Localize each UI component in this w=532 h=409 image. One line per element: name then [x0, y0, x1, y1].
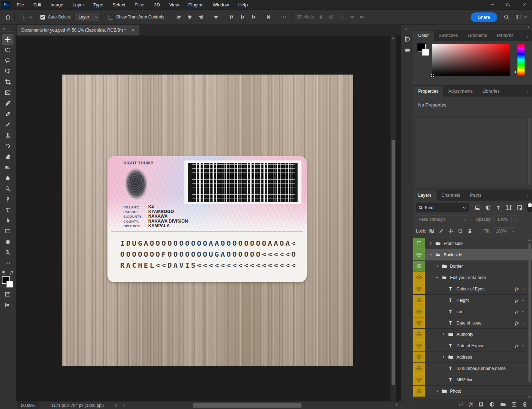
layers-scrollbar-thumb[interactable]: [528, 244, 531, 382]
eye-visibility-icon[interactable]: [413, 317, 425, 328]
new-adjustment-layer-icon[interactable]: [489, 402, 495, 407]
menu-type[interactable]: Type: [93, 2, 103, 7]
layer-row-front-side[interactable]: Front side: [413, 238, 532, 249]
layer-row-back-side[interactable]: Back side: [413, 249, 532, 261]
dodge-tool[interactable]: [2, 183, 13, 194]
workspace-icon[interactable]: [516, 14, 521, 20]
hue-slider-marker[interactable]: [515, 71, 517, 73]
tab-patterns[interactable]: Patterns: [492, 31, 519, 41]
new-layer-icon[interactable]: [511, 402, 517, 407]
menu-select[interactable]: Select: [112, 2, 125, 7]
tab-channels[interactable]: Channels: [437, 190, 465, 201]
status-arrow-right-icon[interactable]: [114, 403, 118, 408]
layer-row-edit-your-data-here[interactable]: Edit your data here: [413, 272, 532, 283]
hue-slider[interactable]: [517, 44, 525, 76]
lock-all-icon[interactable]: [466, 227, 474, 235]
lasso-tool[interactable]: [2, 55, 13, 66]
align-right-edges-icon[interactable]: [198, 14, 204, 20]
rectangular-marquee-tool[interactable]: [2, 45, 13, 55]
lock-image-pixels-icon[interactable]: [437, 227, 445, 235]
roll-3d-camera-icon[interactable]: [328, 14, 334, 20]
scroll-up-icon[interactable]: [527, 238, 532, 243]
eye-visibility-icon[interactable]: [413, 363, 425, 374]
rectangle-tool[interactable]: [2, 226, 13, 236]
history-panel-icon[interactable]: [401, 33, 414, 45]
restore-button[interactable]: [500, 0, 516, 10]
fx-badge[interactable]: fx: [515, 286, 519, 292]
menu-3d[interactable]: 3D: [154, 2, 160, 7]
properties-scrollbar[interactable]: [528, 118, 531, 185]
menu-layer[interactable]: Layer: [73, 2, 84, 7]
chevron-right-icon[interactable]: [434, 263, 440, 269]
background-color-swatch[interactable]: [6, 281, 13, 288]
tab-gradients[interactable]: Gradients: [463, 31, 492, 41]
auto-select-target-dropdown[interactable]: Layer: [74, 13, 101, 21]
distribute-horizontal-icon[interactable]: [213, 14, 219, 20]
layer-row-date-of-expiry[interactable]: Date of Expiryfx: [413, 340, 532, 351]
layer-style-fx-icon[interactable]: fx: [469, 402, 473, 407]
filter-smart-objects-icon[interactable]: [515, 204, 524, 212]
share-button[interactable]: Share: [471, 12, 497, 22]
brush-tool[interactable]: [2, 119, 13, 130]
gradient-tool[interactable]: [2, 162, 13, 173]
filter-type-layers-icon[interactable]: [494, 204, 503, 212]
hand-tool[interactable]: [2, 236, 13, 247]
layer-row-border[interactable]: Border: [413, 261, 532, 272]
fx-badge[interactable]: fx: [515, 320, 519, 326]
saturation-brightness-field[interactable]: [432, 44, 510, 76]
move-tool[interactable]: [2, 34, 13, 45]
scroll-left-icon[interactable]: [122, 403, 126, 408]
tab-color[interactable]: Color: [413, 31, 434, 41]
eyedropper-tool[interactable]: [2, 98, 13, 109]
layer-row-height[interactable]: Heightfx: [413, 295, 532, 306]
chevron-down-icon[interactable]: [523, 15, 528, 19]
menu-image[interactable]: Image: [50, 2, 63, 7]
tab-swatches[interactable]: Swatches: [434, 31, 463, 41]
scroll-right-icon[interactable]: [394, 403, 399, 407]
chevron-down-icon[interactable]: [520, 298, 526, 303]
eye-visibility-icon[interactable]: [413, 374, 425, 385]
comments-panel-icon[interactable]: [401, 45, 414, 56]
layer-row-date-of-issue[interactable]: Date of Issuefx: [413, 317, 532, 329]
tab-layers[interactable]: Layers: [413, 190, 437, 201]
layer-row-photo[interactable]: Photo: [413, 386, 532, 397]
layer-row-cm[interactable]: cmfx: [413, 306, 532, 317]
eye-visibility-icon[interactable]: [413, 386, 425, 397]
panel-menu-icon[interactable]: [526, 195, 532, 201]
panel-menu-icon[interactable]: [526, 35, 532, 41]
document-tab[interactable]: Documents for you.psd @ 50,1% (Back side…: [17, 25, 139, 36]
home-icon[interactable]: [5, 14, 11, 20]
search-icon[interactable]: [504, 14, 509, 20]
layer-row-authority[interactable]: Authority: [413, 329, 532, 340]
swap-colors-icon[interactable]: [9, 271, 13, 275]
menu-help[interactable]: Help: [238, 2, 248, 7]
layer-row-id-number-surname-name[interactable]: ID number,surname,name: [413, 363, 532, 374]
chevron-down-icon[interactable]: [520, 309, 526, 315]
tab-paths[interactable]: Paths: [465, 190, 486, 201]
collapse-dock-icon[interactable]: «: [401, 25, 413, 33]
link-layers-icon[interactable]: [458, 402, 464, 407]
chevron-down-icon[interactable]: [510, 227, 516, 235]
filter-adjustment-layers-icon[interactable]: [483, 204, 492, 212]
pan-3d-camera-icon[interactable]: [339, 14, 344, 20]
horizontal-scrollbar-thumb[interactable]: [193, 403, 301, 408]
slide-3d-camera-icon[interactable]: [349, 14, 355, 20]
scroll-down-icon[interactable]: [527, 394, 532, 399]
eraser-tool[interactable]: [2, 151, 13, 162]
path-selection-tool[interactable]: [2, 215, 13, 226]
clone-stamp-tool[interactable]: [2, 130, 13, 141]
delete-layer-icon[interactable]: [522, 402, 528, 407]
frame-tool[interactable]: [2, 87, 13, 98]
eye-visibility-icon[interactable]: [413, 283, 425, 294]
chevron-down-icon[interactable]: [427, 252, 434, 258]
filter-kind-dropdown[interactable]: Kind: [416, 203, 469, 212]
chevron-down-icon[interactable]: [520, 343, 526, 349]
close-button[interactable]: [516, 0, 532, 10]
quick-mask-button[interactable]: [2, 290, 13, 299]
close-tab-icon[interactable]: [131, 28, 135, 32]
tab-libraries[interactable]: Libraries: [478, 86, 505, 97]
fx-badge[interactable]: fx: [515, 343, 519, 349]
add-layer-mask-icon[interactable]: [478, 402, 484, 407]
default-colors-icon[interactable]: [2, 271, 6, 275]
eye-visibility-icon[interactable]: [413, 295, 425, 306]
